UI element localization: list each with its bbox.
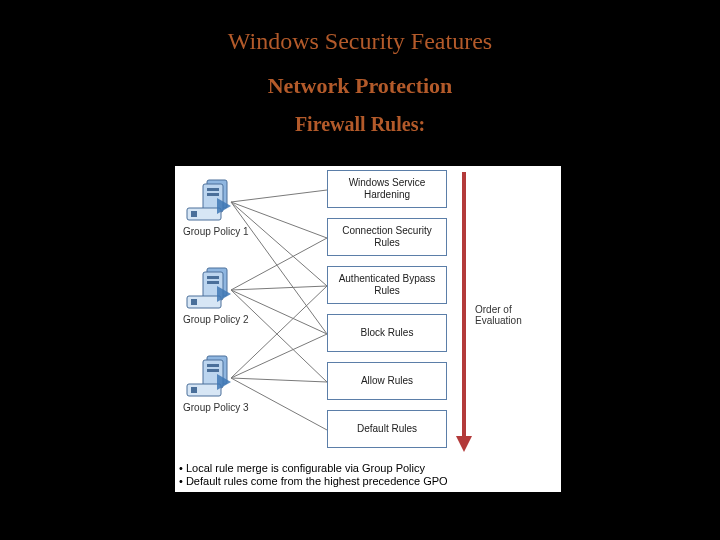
note-item: Default rules come from the highest prec…	[179, 475, 448, 487]
svg-rect-2	[207, 188, 219, 191]
group-policy-label: Group Policy 3	[183, 402, 303, 413]
group-policy-item: Group Policy 1	[183, 178, 303, 237]
rule-box: Block Rules	[327, 314, 447, 352]
svg-rect-10	[207, 281, 219, 284]
group-policy-label: Group Policy 1	[183, 226, 303, 237]
svg-rect-16	[207, 364, 219, 367]
note-item: Local rule merge is configurable via Gro…	[179, 462, 448, 474]
svg-rect-19	[191, 387, 197, 393]
slide: Windows Security Features Network Protec…	[0, 0, 720, 540]
rule-box: Windows Service Hardening	[327, 170, 447, 208]
evaluation-label: Order of Evaluation	[475, 304, 559, 326]
notes-list: Local rule merge is configurable via Gro…	[179, 461, 448, 488]
group-policy-item: Group Policy 3	[183, 354, 303, 413]
rules-column: Windows Service Hardening Connection Sec…	[327, 170, 447, 458]
evaluation-arrow-icon	[457, 172, 471, 452]
firewall-rules-diagram: Group Policy 1 Group Policy 2	[175, 166, 561, 492]
rule-box: Default Rules	[327, 410, 447, 448]
slide-subsub: Firewall Rules:	[0, 113, 720, 136]
group-policy-label: Group Policy 2	[183, 314, 303, 325]
svg-rect-5	[191, 211, 197, 217]
svg-rect-17	[207, 369, 219, 372]
rule-box: Connection Security Rules	[327, 218, 447, 256]
slide-title: Windows Security Features	[0, 0, 720, 55]
group-policy-item: Group Policy 2	[183, 266, 303, 325]
server-icon	[183, 178, 239, 224]
rule-box: Allow Rules	[327, 362, 447, 400]
server-icon	[183, 266, 239, 312]
svg-rect-12	[191, 299, 197, 305]
slide-subtitle: Network Protection	[0, 73, 720, 99]
svg-rect-9	[207, 276, 219, 279]
server-icon	[183, 354, 239, 400]
rule-box: Authenticated Bypass Rules	[327, 266, 447, 304]
svg-rect-3	[207, 193, 219, 196]
